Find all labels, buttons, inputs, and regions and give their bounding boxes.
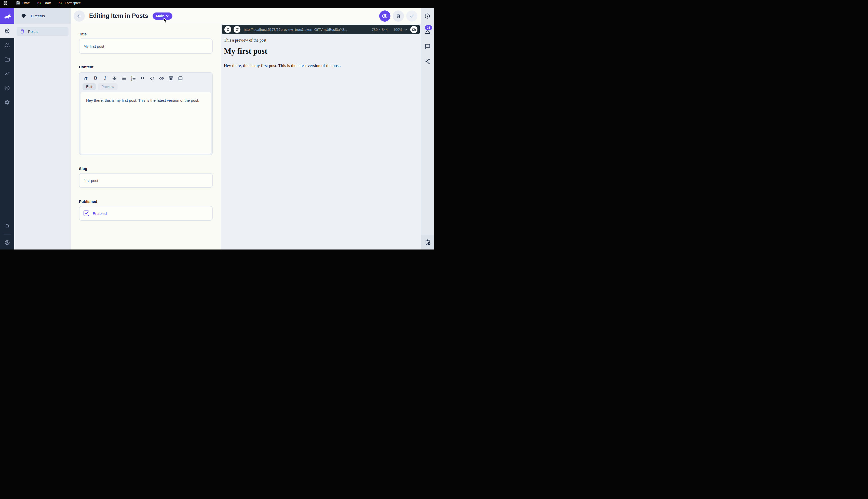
link-icon[interactable] (157, 74, 166, 82)
open-in-new-button[interactable] (224, 26, 231, 33)
preview-url[interactable]: http://localhost:5173/1?preview=true&tok… (244, 27, 369, 32)
item-form: Title Content tT B I 123 (71, 24, 221, 250)
users-icon (4, 42, 10, 48)
open-in-new-icon (226, 27, 230, 31)
published-checkbox-label: Enabled (93, 211, 107, 216)
content-textarea[interactable]: Hey there, this is my first post. This i… (80, 92, 211, 154)
sidebar-item-label: Posts (28, 29, 38, 34)
checkmark-icon (85, 211, 88, 215)
device-size-button[interactable] (410, 26, 417, 33)
content-text: Hey there, this is my first post. This i… (86, 98, 205, 103)
back-button[interactable] (74, 10, 85, 22)
tab-edit[interactable]: Edit (83, 83, 96, 90)
devices-icon (412, 27, 416, 32)
refresh-icon (235, 27, 239, 32)
tab-preview[interactable]: Preview (98, 83, 118, 90)
share-icon (425, 58, 431, 64)
live-preview-panel: http://localhost:5173/1?preview=true&tok… (221, 24, 421, 250)
chevron-down-icon (404, 28, 407, 31)
bulleted-list-icon[interactable] (119, 74, 129, 82)
browser-chrome: 31 Draft Draft (0, 0, 434, 8)
page-header: Editing Item in Posts Main (71, 8, 421, 24)
bold-icon[interactable]: B (91, 74, 100, 82)
module-bar (0, 8, 14, 250)
module-content[interactable] (0, 24, 14, 38)
comment-icon (424, 43, 431, 49)
calendar-icon: 31 (16, 1, 20, 5)
published-field: Enabled (79, 206, 213, 221)
format-size-icon[interactable]: tT (81, 74, 91, 82)
database-icon (20, 29, 25, 34)
directus-app: 31 Draft Draft (0, 0, 434, 250)
blockquote-icon[interactable] (138, 74, 148, 82)
insights-icon (4, 71, 10, 77)
published-checkbox[interactable] (84, 210, 89, 216)
browser-tab-draft-calendar[interactable]: 31 Draft (16, 1, 29, 5)
flows-log-button[interactable] (421, 235, 434, 250)
version-dropdown[interactable]: Main (153, 12, 173, 20)
module-files[interactable] (0, 52, 14, 66)
title-field-label: Title (79, 32, 87, 36)
published-field-label: Published (79, 199, 97, 204)
preview-intro-text: This a preview of the post (224, 38, 266, 42)
content-cube-icon (4, 28, 10, 34)
trash-icon (395, 13, 401, 19)
preview-toggle-button[interactable] (379, 10, 390, 22)
italic-icon[interactable]: I (100, 74, 110, 82)
svg-text:3: 3 (131, 79, 132, 81)
shares-button[interactable] (425, 58, 431, 65)
comments-button[interactable] (424, 43, 431, 50)
module-users[interactable] (0, 38, 14, 52)
browser-tab-draft-gmail[interactable]: Draft (37, 1, 51, 5)
bell-icon (4, 223, 10, 229)
preview-post-title: My first post (224, 47, 267, 56)
navigation-sidebar: Directus Posts (14, 8, 71, 250)
browser-tab-formspree[interactable]: Formspree (58, 1, 81, 5)
slug-field (79, 173, 213, 188)
zoom-level: 100% (393, 27, 402, 32)
title-input[interactable] (79, 39, 212, 53)
code-icon[interactable] (148, 74, 157, 82)
apps-grid-icon[interactable] (3, 1, 8, 5)
svg-text:T: T (85, 76, 87, 80)
preview-dimensions: 780 × 844 (372, 27, 388, 32)
module-insights[interactable] (0, 66, 14, 81)
user-menu-button[interactable] (0, 235, 14, 250)
gear-icon (4, 99, 10, 105)
chevron-down-icon (166, 15, 169, 17)
editor-tabs: Edit Preview (79, 83, 212, 90)
numbered-list-icon[interactable]: 123 (129, 74, 138, 82)
info-icon (424, 13, 430, 19)
rabbit-icon (3, 12, 11, 20)
table-icon[interactable] (166, 74, 176, 82)
tab-label: Formspree (65, 1, 81, 5)
sidebar-item-posts[interactable]: Posts (16, 27, 68, 36)
editor-toolbar: tT B I 123 (79, 73, 212, 83)
module-settings[interactable] (0, 95, 14, 109)
avatar-icon (4, 240, 10, 245)
strikethrough-icon[interactable] (110, 74, 119, 82)
title-field (79, 38, 213, 54)
notifications-button[interactable] (0, 219, 14, 233)
preview-url-bar: http://localhost:5173/1?preview=true&tok… (222, 25, 420, 34)
module-help[interactable] (0, 81, 14, 95)
revisions-count-badge: 25 (425, 25, 432, 30)
image-icon[interactable] (176, 74, 185, 82)
delete-button[interactable] (393, 10, 404, 22)
slug-input[interactable] (79, 173, 212, 187)
gmail-icon (58, 1, 62, 4)
zoom-dropdown[interactable]: 100% (393, 27, 407, 32)
svg-text:t: t (84, 77, 85, 80)
directus-logo[interactable] (0, 8, 14, 24)
help-icon (4, 85, 10, 91)
sidebar-info-button[interactable] (421, 8, 434, 24)
slug-field-label: Slug (79, 167, 87, 171)
page-title: Editing Item in Posts (89, 12, 148, 20)
refresh-button[interactable] (234, 26, 240, 33)
version-label: Main (156, 14, 165, 18)
save-button[interactable] (406, 10, 417, 22)
eye-icon (382, 13, 388, 19)
markdown-editor: tT B I 123 (79, 72, 213, 155)
project-header[interactable]: Directus (14, 8, 71, 24)
preview-post-body: Hey there, this is my first post. This i… (224, 63, 341, 68)
